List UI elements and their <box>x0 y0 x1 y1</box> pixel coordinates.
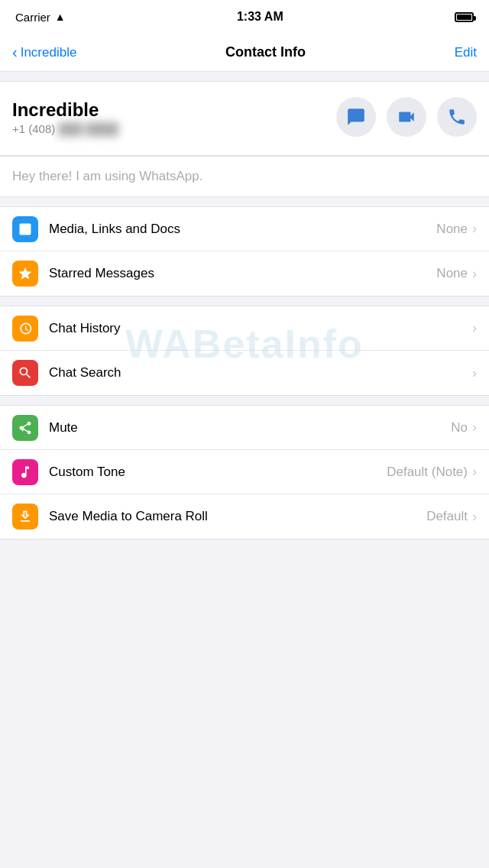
phone-number-blurred: ███ ████ <box>58 122 118 135</box>
back-chevron-icon: ‹ <box>12 44 18 61</box>
profile-actions <box>336 97 477 137</box>
back-label: Incredible <box>21 45 77 60</box>
phone-prefix: +1 (408) <box>12 122 55 135</box>
star-icon <box>18 266 33 281</box>
chat-history-icon-bg <box>12 316 38 342</box>
message-action-button[interactable] <box>336 97 376 137</box>
custom-tone-icon-bg <box>12 459 38 485</box>
list-item-save-media[interactable]: Save Media to Camera Roll Default › <box>0 494 489 539</box>
chat-history-chevron: › <box>472 320 477 336</box>
carrier-label: Carrier <box>15 11 50 24</box>
starred-messages-chevron: › <box>472 266 477 282</box>
carrier-wifi: Carrier ▲ <box>15 11 66 24</box>
custom-tone-value: Default (Note) <box>387 465 468 480</box>
list-item-custom-tone[interactable]: Custom Tone Default (Note) › <box>0 450 489 494</box>
contact-name: Incredible <box>12 99 118 121</box>
mute-value: No <box>451 420 468 436</box>
starred-messages-value: None <box>436 266 468 281</box>
list-item-media-links-docs[interactable]: Media, Links and Docs None › <box>0 207 489 251</box>
search-icon <box>18 365 33 381</box>
video-icon <box>397 107 416 127</box>
edit-button[interactable]: Edit <box>455 45 477 60</box>
chat-section: Chat History › Chat Search › <box>0 306 489 396</box>
battery-icon <box>455 12 474 22</box>
notif-section: Mute No › Custom Tone Default (Note) › S… <box>0 405 489 539</box>
media-links-docs-value: None <box>436 222 468 237</box>
mute-chevron: › <box>472 419 477 436</box>
save-media-label: Save Media to Camera Roll <box>49 509 426 524</box>
wifi-icon: ▲ <box>55 11 66 23</box>
phone-icon <box>447 107 467 127</box>
custom-tone-chevron: › <box>472 464 477 480</box>
download-icon <box>18 509 33 524</box>
profile-section: Incredible +1 (408) ███ ████ <box>0 81 489 156</box>
media-icon <box>18 222 33 237</box>
status-bar: Carrier ▲ 1:33 AM <box>0 0 489 34</box>
message-icon <box>346 107 366 127</box>
starred-icon-bg <box>12 261 38 287</box>
list-item-chat-search[interactable]: Chat Search › <box>0 351 489 395</box>
music-icon <box>18 465 33 480</box>
page-title: Contact Info <box>225 44 306 60</box>
contact-phone: +1 (408) ███ ████ <box>12 122 118 135</box>
custom-tone-label: Custom Tone <box>49 465 387 480</box>
chat-search-icon-bg <box>12 360 38 386</box>
list-item-chat-history[interactable]: Chat History › <box>0 306 489 351</box>
clock-icon <box>18 321 33 336</box>
mute-label: Mute <box>49 420 451 436</box>
save-media-chevron: › <box>472 509 477 525</box>
chat-search-label: Chat Search <box>49 365 468 381</box>
profile-top: Incredible +1 (408) ███ ████ <box>12 97 477 137</box>
mute-icon-bg <box>12 415 38 441</box>
mute-icon <box>18 420 33 436</box>
call-action-button[interactable] <box>437 97 477 137</box>
time-label: 1:33 AM <box>237 10 283 24</box>
video-action-button[interactable] <box>387 97 426 137</box>
whatsapp-status: Hey there! I am using WhatsApp. <box>0 156 489 197</box>
save-media-icon-bg <box>12 504 38 530</box>
starred-messages-label: Starred Messages <box>49 266 436 281</box>
media-section: Media, Links and Docs None › Starred Mes… <box>0 206 489 296</box>
profile-info: Incredible +1 (408) ███ ████ <box>12 99 118 135</box>
media-icon-bg <box>12 216 38 242</box>
save-media-value: Default <box>426 509 468 524</box>
nav-bar: ‹ Incredible Contact Info Edit <box>0 34 489 72</box>
list-item-mute[interactable]: Mute No › <box>0 406 489 450</box>
media-links-docs-chevron: › <box>472 221 477 237</box>
battery-area <box>455 12 474 22</box>
list-item-starred-messages[interactable]: Starred Messages None › <box>0 251 489 296</box>
media-links-docs-label: Media, Links and Docs <box>49 222 436 237</box>
chat-history-label: Chat History <box>49 321 468 336</box>
back-button[interactable]: ‹ Incredible <box>12 44 76 61</box>
chat-search-chevron: › <box>472 365 477 381</box>
